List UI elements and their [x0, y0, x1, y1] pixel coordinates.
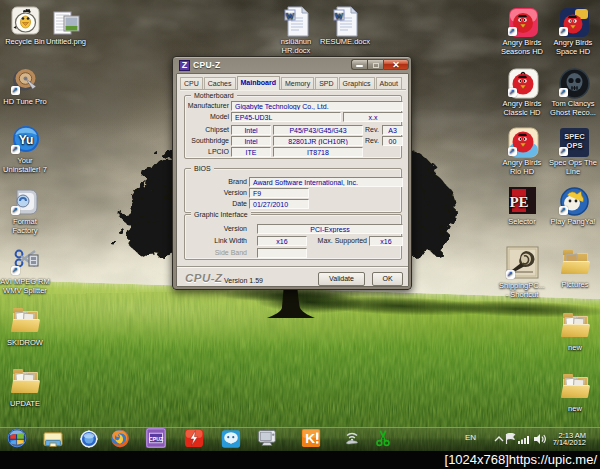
svg-text:CPUZ: CPUZ	[149, 436, 164, 442]
svg-text:PE: PE	[509, 194, 528, 210]
svg-text:SPEC: SPEC	[564, 132, 585, 141]
svg-text:Yu: Yu	[18, 133, 33, 147]
svg-text:W: W	[285, 11, 294, 21]
svg-text:OPS: OPS	[566, 141, 582, 150]
svg-text:W: W	[334, 11, 343, 21]
svg-text:K: K	[305, 431, 315, 446]
